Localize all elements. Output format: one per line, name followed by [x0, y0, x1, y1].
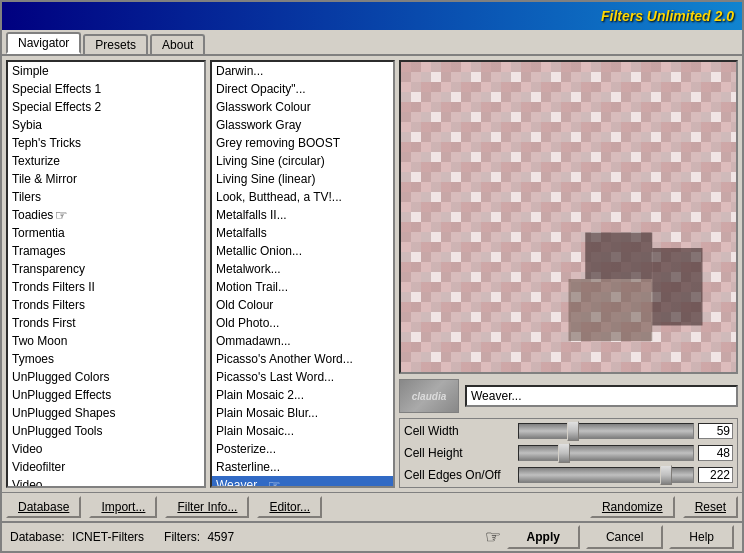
cancel-button[interactable]: Cancel — [586, 525, 663, 549]
filter-item[interactable]: Picasso's Last Word... — [212, 368, 393, 386]
list-item[interactable]: Tile & Mirror — [8, 170, 204, 188]
filter-item[interactable]: Glasswork Colour — [212, 98, 393, 116]
param-label-cell-width: Cell Width — [404, 424, 514, 438]
param-row-cell-width: Cell Width 59 — [404, 423, 733, 439]
filter-item[interactable]: Metalfalls II... — [212, 206, 393, 224]
cell-width-slider-container: 59 — [518, 423, 733, 439]
list-item[interactable]: Video — [8, 440, 204, 458]
preview-checkerboard — [401, 62, 736, 372]
action-buttons: ☞ Apply Cancel Help — [485, 525, 734, 549]
filter-item[interactable]: Plain Mosaic 2... — [212, 386, 393, 404]
main-window: Filters Unlimited 2.0 Navigator Presets … — [0, 0, 744, 553]
list-item[interactable]: Tormentia — [8, 224, 204, 242]
reset-button[interactable]: Reset — [683, 496, 738, 518]
import-button[interactable]: Import... — [89, 496, 157, 518]
hand-pointer-icon: ☞ — [268, 477, 281, 488]
plugin-name-bar: Weaver... — [465, 385, 738, 407]
filter-item[interactable]: Picasso's Another Word... — [212, 350, 393, 368]
filter-item[interactable]: Living Sine (linear) — [212, 170, 393, 188]
tab-about[interactable]: About — [150, 34, 205, 54]
svg-rect-6 — [652, 248, 702, 326]
cell-edges-slider-container: 222 — [518, 467, 733, 483]
list-item[interactable]: Tramages — [8, 242, 204, 260]
list-item[interactable]: Tronds Filters II — [8, 278, 204, 296]
list-item[interactable]: Tymoes — [8, 350, 204, 368]
list-item[interactable]: Tronds First — [8, 314, 204, 332]
category-list[interactable]: Simple Special Effects 1 Special Effects… — [6, 60, 206, 488]
cell-height-value: 48 — [698, 445, 733, 461]
cell-height-slider-container: 48 — [518, 445, 733, 461]
status-bar: Database: ICNET-Filters Filters: 4597 ☞ … — [2, 521, 742, 551]
list-item[interactable]: UnPlugged Tools — [8, 422, 204, 440]
tab-bar: Navigator Presets About — [2, 30, 742, 56]
list-item[interactable]: Tronds Filters — [8, 296, 204, 314]
filter-item[interactable]: Living Sine (circular) — [212, 152, 393, 170]
filter-item[interactable]: Glasswork Gray — [212, 116, 393, 134]
database-button[interactable]: Database — [6, 496, 81, 518]
param-row-cell-height: Cell Height 48 — [404, 445, 733, 461]
list-item[interactable]: UnPlugged Shapes — [8, 404, 204, 422]
list-item[interactable]: Transparency — [8, 260, 204, 278]
list-item[interactable]: Videofilter — [8, 458, 204, 476]
params-area: Cell Width 59 Cell Height 48 Cel — [399, 418, 738, 488]
filter-item-selected[interactable]: Weaver... ☞ — [212, 476, 393, 488]
list-item[interactable]: Sybia — [8, 116, 204, 134]
cell-width-slider[interactable] — [518, 423, 694, 439]
filter-item[interactable]: Ommadawn... — [212, 332, 393, 350]
list-item[interactable]: Special Effects 2 — [8, 98, 204, 116]
apply-button[interactable]: Apply — [507, 525, 580, 549]
status-database-label: Database: ICNET-Filters — [10, 530, 144, 544]
editor-button[interactable]: Editor... — [257, 496, 322, 518]
list-item[interactable]: Texturize — [8, 152, 204, 170]
app-title: Filters Unlimited 2.0 — [601, 8, 734, 24]
tab-navigator[interactable]: Navigator — [6, 32, 81, 54]
hand-pointer-icon: ☞ — [55, 207, 68, 223]
filter-item[interactable]: Rasterline... — [212, 458, 393, 476]
filter-item[interactable]: Old Colour — [212, 296, 393, 314]
hand-apply-icon: ☞ — [485, 526, 501, 548]
plugin-logo: claudia — [399, 379, 459, 413]
list-item[interactable]: Special Effects 1 — [8, 80, 204, 98]
list-item[interactable]: Video — [8, 476, 204, 488]
cell-height-slider[interactable] — [518, 445, 694, 461]
filter-item[interactable]: Posterize... — [212, 440, 393, 458]
filter-item[interactable]: Metalfalls — [212, 224, 393, 242]
list-item[interactable]: UnPlugged Colors — [8, 368, 204, 386]
svg-rect-5 — [585, 233, 652, 280]
bottom-toolbar: Database Import... Filter Info... Editor… — [2, 492, 742, 521]
filter-item[interactable]: Grey removing BOOST — [212, 134, 393, 152]
svg-rect-7 — [569, 279, 653, 341]
filter-item[interactable]: Plain Mosaic Blur... — [212, 404, 393, 422]
list-item[interactable]: Two Moon — [8, 332, 204, 350]
help-button[interactable]: Help — [669, 525, 734, 549]
filter-item[interactable]: Look, Butthead, a TV!... — [212, 188, 393, 206]
filter-item[interactable]: Direct Opacity"... — [212, 80, 393, 98]
plugin-info-row: claudia Weaver... — [399, 378, 738, 414]
list-item[interactable]: UnPlugged Effects — [8, 386, 204, 404]
tab-presets[interactable]: Presets — [83, 34, 148, 54]
filter-item[interactable]: Plain Mosaic... — [212, 422, 393, 440]
filter-info-button[interactable]: Filter Info... — [165, 496, 249, 518]
list-item[interactable]: Teph's Tricks — [8, 134, 204, 152]
right-panel: claudia Weaver... Cell Width 59 — [399, 60, 738, 488]
list-item[interactable]: Simple — [8, 62, 204, 80]
preview-area — [399, 60, 738, 374]
filter-item[interactable]: Metallic Onion... — [212, 242, 393, 260]
status-filters-label: Filters: 4597 — [164, 530, 234, 544]
filter-item[interactable]: Metalwork... — [212, 260, 393, 278]
param-label-cell-edges: Cell Edges On/Off — [404, 468, 514, 482]
list-item[interactable]: Toadies ☞ — [8, 206, 204, 224]
filter-list[interactable]: Darwin... Direct Opacity"... Glasswork C… — [210, 60, 395, 488]
randomize-button[interactable]: Randomize — [590, 496, 675, 518]
filter-item[interactable]: Darwin... — [212, 62, 393, 80]
preview-svg — [401, 62, 736, 372]
cell-edges-value: 222 — [698, 467, 733, 483]
cell-edges-slider[interactable] — [518, 467, 694, 483]
filter-item[interactable]: Old Photo... — [212, 314, 393, 332]
title-bar: Filters Unlimited 2.0 — [2, 2, 742, 30]
main-content: Simple Special Effects 1 Special Effects… — [2, 56, 742, 492]
list-item[interactable]: Tilers — [8, 188, 204, 206]
filter-item[interactable]: Motion Trail... — [212, 278, 393, 296]
param-label-cell-height: Cell Height — [404, 446, 514, 460]
cell-width-value: 59 — [698, 423, 733, 439]
